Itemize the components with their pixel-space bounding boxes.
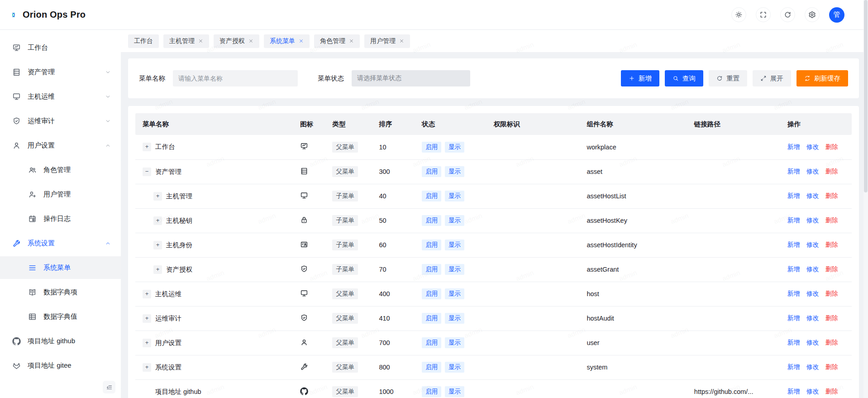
sidebar-item-4[interactable]: 用户设置 xyxy=(0,134,121,157)
tab-1[interactable]: 主机管理 xyxy=(163,34,209,48)
tab-close-icon[interactable] xyxy=(198,38,203,43)
row-add-link[interactable]: 新增 xyxy=(787,363,800,370)
sidebar-item-7[interactable]: 操作日志 xyxy=(0,207,121,230)
row-edit-link[interactable]: 修改 xyxy=(806,241,819,248)
row-delete-link[interactable]: 删除 xyxy=(825,168,838,175)
row-add-link[interactable]: 新增 xyxy=(787,339,800,346)
cell-link-path xyxy=(687,159,780,184)
user-avatar[interactable]: 管 xyxy=(829,7,844,23)
refresh-cache-button[interactable]: 刷新缓存 xyxy=(796,70,848,86)
menu-name-input[interactable] xyxy=(173,70,298,86)
tab-2[interactable]: 资产授权 xyxy=(214,34,259,48)
expand-row-button[interactable]: + xyxy=(143,314,151,323)
status-visible-tag: 显示 xyxy=(445,337,464,348)
reset-button[interactable]: 重置 xyxy=(709,70,747,86)
body-layout: 工作台资产管理主机运维运维审计用户设置角色管理用户管理操作日志系统设置系统菜单数… xyxy=(0,30,868,398)
row-add-link[interactable]: 新增 xyxy=(787,168,800,175)
cell-menu-type: 父菜单 xyxy=(325,282,372,306)
row-edit-link[interactable]: 修改 xyxy=(806,339,819,346)
expand-row-button[interactable]: + xyxy=(153,241,162,249)
tab-3[interactable]: 系统菜单 xyxy=(264,34,310,48)
row-delete-link[interactable]: 删除 xyxy=(825,265,838,273)
row-edit-link[interactable]: 修改 xyxy=(806,388,819,395)
row-delete-link[interactable]: 删除 xyxy=(825,314,838,321)
dashboard-icon xyxy=(300,142,308,150)
menu-name-wrap: +用户设置 xyxy=(143,339,286,347)
reload-button[interactable] xyxy=(780,7,795,22)
expand-row-button[interactable]: + xyxy=(153,265,162,274)
expand-row-button[interactable]: + xyxy=(153,192,162,201)
add-button[interactable]: 新增 xyxy=(621,70,659,86)
row-edit-link[interactable]: 修改 xyxy=(806,168,819,175)
expand-row-button[interactable]: + xyxy=(143,290,151,298)
cell-menu-type: 父菜单 xyxy=(325,379,372,398)
row-delete-link[interactable]: 删除 xyxy=(825,241,838,248)
expand-row-button[interactable]: + xyxy=(143,143,151,151)
row-add-link[interactable]: 新增 xyxy=(787,265,800,273)
sidebar-item-0[interactable]: 工作台 xyxy=(0,36,121,59)
shield-check-icon xyxy=(12,117,21,125)
menu-status-select[interactable]: 请选择菜单状态 xyxy=(352,70,470,86)
scrollbar-thumb[interactable] xyxy=(864,0,868,192)
expand-row-button[interactable]: + xyxy=(143,363,151,372)
collapse-row-button[interactable]: − xyxy=(143,168,151,176)
row-add-link[interactable]: 新增 xyxy=(787,143,800,150)
sidebar-item-9[interactable]: 系统菜单 xyxy=(0,256,121,279)
sidebar-item-1[interactable]: 资产管理 xyxy=(0,61,121,83)
row-add-link[interactable]: 新增 xyxy=(787,314,800,321)
status-visible-tag: 显示 xyxy=(445,215,464,226)
row-add-link[interactable]: 新增 xyxy=(787,216,800,224)
row-delete-link[interactable]: 删除 xyxy=(825,339,838,346)
filter-card: 菜单名称 菜单状态 请选择菜单状态 新增查询重置展开刷新缓存 xyxy=(128,58,859,98)
content-area: 菜单名称 菜单状态 请选择菜单状态 新增查询重置展开刷新缓存 xyxy=(121,52,868,398)
row-delete-link[interactable]: 删除 xyxy=(825,192,838,199)
cell-menu-type: 子菜单 xyxy=(325,208,372,233)
sidebar-item-8[interactable]: 系统设置 xyxy=(0,232,121,254)
tab-close-icon[interactable] xyxy=(299,38,304,43)
cell-permission xyxy=(486,306,580,331)
row-delete-link[interactable]: 删除 xyxy=(825,143,838,150)
expand-row-button[interactable]: + xyxy=(143,339,151,347)
row-edit-link[interactable]: 修改 xyxy=(806,216,819,224)
cell-sort: 10 xyxy=(372,135,415,159)
row-edit-link[interactable]: 修改 xyxy=(806,290,819,297)
cell-permission xyxy=(486,208,580,233)
settings-button[interactable] xyxy=(805,7,820,22)
expand-all-button[interactable]: 展开 xyxy=(753,70,791,86)
tab-5[interactable]: 用户管理 xyxy=(364,34,410,48)
row-edit-link[interactable]: 修改 xyxy=(806,265,819,273)
sidebar-nav: 工作台资产管理主机运维运维审计用户设置角色管理用户管理操作日志系统设置系统菜单数… xyxy=(0,36,121,377)
table-row: +主机管理子菜单40启用显示assetHostList新增修改删除 xyxy=(135,184,852,208)
expand-row-button[interactable]: + xyxy=(153,216,162,225)
sidebar-item-13[interactable]: 项目地址 gitee xyxy=(0,354,121,377)
sidebar-collapse-button[interactable] xyxy=(103,381,115,393)
row-delete-link[interactable]: 删除 xyxy=(825,290,838,297)
row-add-link[interactable]: 新增 xyxy=(787,241,800,248)
row-add-link[interactable]: 新增 xyxy=(787,192,800,199)
row-add-link[interactable]: 新增 xyxy=(787,388,800,395)
sidebar-item-6[interactable]: 用户管理 xyxy=(0,183,121,206)
sidebar-item-10[interactable]: 数据字典项 xyxy=(0,281,121,303)
tab-4[interactable]: 角色管理 xyxy=(314,34,360,48)
sidebar-item-11[interactable]: 数据字典值 xyxy=(0,305,121,328)
theme-button[interactable] xyxy=(731,7,746,22)
sidebar-item-5[interactable]: 角色管理 xyxy=(0,158,121,181)
sidebar-item-3[interactable]: 运维审计 xyxy=(0,110,121,132)
row-edit-link[interactable]: 修改 xyxy=(806,314,819,321)
tab-close-icon[interactable] xyxy=(349,38,354,43)
row-delete-link[interactable]: 删除 xyxy=(825,216,838,224)
query-button[interactable]: 查询 xyxy=(665,70,703,86)
row-delete-link[interactable]: 删除 xyxy=(825,363,838,370)
row-edit-link[interactable]: 修改 xyxy=(806,192,819,199)
row-add-link[interactable]: 新增 xyxy=(787,290,800,297)
tab-close-icon[interactable] xyxy=(248,38,253,43)
sidebar-item-2[interactable]: 主机运维 xyxy=(0,85,121,108)
tab-close-icon[interactable] xyxy=(399,38,404,43)
tab-0[interactable]: 工作台 xyxy=(128,34,159,48)
fullscreen-button[interactable] xyxy=(756,7,771,22)
row-delete-link[interactable]: 删除 xyxy=(825,388,838,395)
row-edit-link[interactable]: 修改 xyxy=(806,363,819,370)
cell-sort: 50 xyxy=(372,208,415,233)
row-edit-link[interactable]: 修改 xyxy=(806,143,819,150)
sidebar-item-12[interactable]: 项目地址 github xyxy=(0,330,121,352)
